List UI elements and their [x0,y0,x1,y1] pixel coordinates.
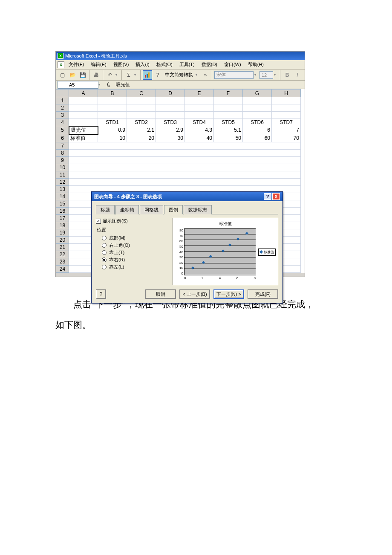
row-10[interactable]: 10 [56,164,69,171]
row-3[interactable]: 3 [56,112,69,119]
cell-D6[interactable]: 30 [156,134,185,142]
tab-title[interactable]: 标题 [96,205,115,214]
menu-help[interactable]: 帮助(H) [245,61,266,69]
tab-legend[interactable]: 图例 [164,205,183,214]
cell-D4[interactable]: STD3 [156,119,185,126]
row-12[interactable]: 12 [56,178,69,185]
new-icon[interactable]: ▢ [58,70,67,80]
more-icon[interactable]: » [201,70,210,80]
cell-D5[interactable]: 2.9 [156,126,185,134]
row-6[interactable]: 6 [56,134,69,142]
open-icon[interactable]: 📂 [68,70,77,80]
row-8[interactable]: 8 [56,149,69,156]
radio-pos-3[interactable]: 靠右(R) [102,257,168,263]
back-button[interactable]: < 上一步(B) [179,289,210,299]
formula-value[interactable]: 吸光值 [114,81,130,88]
undo-dropdown-icon[interactable]: ▾ [115,73,120,77]
show-legend-checkbox[interactable]: ✓ 显示图例(S) [96,218,168,224]
row-9[interactable]: 9 [56,156,69,164]
convert-dropdown-icon[interactable]: ▾ [196,73,200,77]
help-icon[interactable]: ? [153,70,162,80]
row-5[interactable]: 5 [56,126,69,134]
radio-pos-2[interactable]: 靠上(T) [102,249,168,256]
row-17[interactable]: 17 [56,214,69,222]
row-23[interactable]: 23 [56,258,69,265]
cell-F4[interactable]: STD5 [214,119,243,126]
cancel-button[interactable]: 取消 [145,289,176,299]
select-all-corner[interactable] [56,90,69,97]
col-E[interactable]: E [185,90,214,97]
cell-G6[interactable]: 60 [243,134,272,142]
menu-data[interactable]: 数据(D) [199,61,220,69]
menu-insert[interactable]: 插入(I) [133,61,152,69]
radio-pos-0[interactable]: 底部(M) [102,235,168,241]
cell-B5[interactable]: 0.9 [98,126,127,134]
cell-C6[interactable]: 20 [127,134,156,142]
col-H[interactable]: H [272,90,301,97]
italic-icon[interactable]: I [293,70,302,80]
cell-E5[interactable]: 4.3 [185,126,214,134]
cell-B6[interactable]: 10 [98,134,127,142]
dialog-help-icon[interactable]: ? [264,193,271,200]
namebox-dropdown-icon[interactable]: ▾ [98,83,103,87]
col-F[interactable]: F [214,90,243,97]
menu-edit[interactable]: 编辑(E) [88,61,109,69]
row-13[interactable]: 13 [56,185,69,193]
chart-wizard-icon[interactable] [143,70,152,80]
menu-format[interactable]: 格式(O) [154,61,175,69]
cell-E4[interactable]: STD4 [185,119,214,126]
row-24[interactable]: 24 [56,265,69,272]
col-C[interactable]: C [127,90,156,97]
cell-F5[interactable]: 5.1 [214,126,243,134]
size-dropdown-icon[interactable]: ▾ [274,73,278,77]
undo-icon[interactable]: ↶ [105,70,115,80]
row-14[interactable]: 14 [56,193,69,200]
row-16[interactable]: 16 [56,207,69,214]
radio-pos-4[interactable]: 靠左(L) [102,264,168,270]
row-2[interactable]: 2 [56,104,69,112]
row-19[interactable]: 19 [56,229,69,236]
autosum-dropdown-icon[interactable]: ▾ [134,73,138,77]
tab-datalabels[interactable]: 数据标志 [184,205,212,214]
finish-button[interactable]: 完成(F) [248,289,278,299]
row-7[interactable]: 7 [56,142,69,149]
cell-A6[interactable]: 标准值 [69,134,98,142]
name-box[interactable]: A5 [58,81,98,89]
cell-G5[interactable]: 6 [243,126,272,134]
row-1[interactable]: 1 [56,97,69,104]
col-B[interactable]: B [98,90,127,97]
cell-F6[interactable]: 50 [214,134,243,142]
fx-icon[interactable]: fx [107,81,110,88]
cell-C5[interactable]: 2.1 [127,126,156,134]
row-20[interactable]: 20 [56,236,69,243]
tab-gridlines[interactable]: 网格线 [140,205,163,214]
bold-icon[interactable]: B [282,70,292,80]
save-icon[interactable]: 💾 [78,70,87,80]
row-22[interactable]: 22 [56,251,69,258]
row-11[interactable]: 11 [56,171,69,178]
dialog-help-button[interactable]: ? [96,289,106,299]
row-21[interactable]: 21 [56,243,69,251]
size-select[interactable]: 12 [259,71,273,79]
col-A[interactable]: A [69,90,98,97]
cell-E6[interactable]: 40 [185,134,214,142]
cell-H6[interactable]: 70 [272,134,301,142]
row-15[interactable]: 15 [56,200,69,207]
autosum-icon[interactable]: Σ [124,70,133,80]
menu-view[interactable]: 视图(V) [111,61,132,69]
cell-C4[interactable]: STD2 [127,119,156,126]
cell-A5[interactable]: 吸光值 [69,126,98,134]
menu-window[interactable]: 窗口(W) [222,61,244,69]
cell-H5[interactable]: 7 [272,126,301,134]
font-select[interactable]: 宋体 [214,71,254,79]
next-button[interactable]: 下一步(N) > [213,289,244,299]
tab-axes[interactable]: 坐标轴 [115,205,139,214]
dialog-close-icon[interactable]: X [272,193,280,200]
col-G[interactable]: G [243,90,272,97]
dialog-titlebar[interactable]: 图表向导 - 4 步骤之 3 - 图表选项 ? X [92,192,282,201]
cell-H4[interactable]: STD7 [272,119,301,126]
cell-G4[interactable]: STD6 [243,119,272,126]
cell-B4[interactable]: STD1 [98,119,127,126]
col-D[interactable]: D [156,90,185,97]
menu-file[interactable]: 文件(F) [66,61,86,69]
